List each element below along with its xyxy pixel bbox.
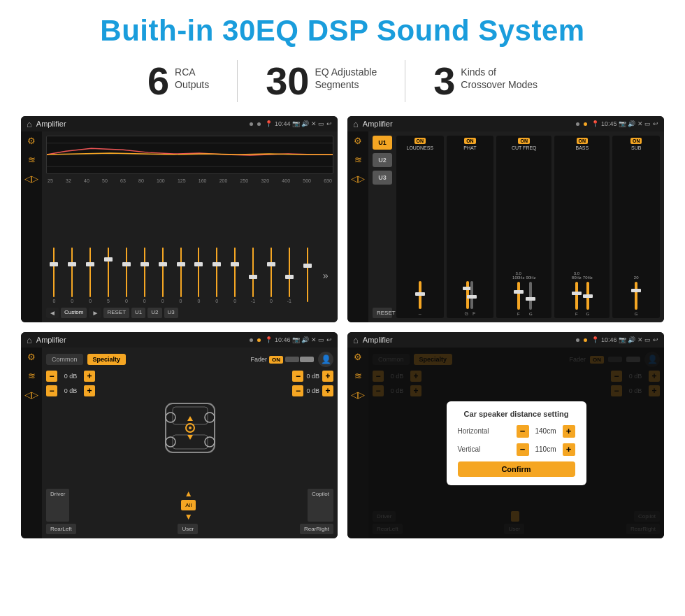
tab-common[interactable]: Common <box>46 354 83 365</box>
eq-tune-icon[interactable]: ⚙ <box>27 136 36 146</box>
fader-minus-3[interactable]: − <box>292 371 303 382</box>
fader-home-icon: ⌂ <box>27 335 32 345</box>
cutfreq-on[interactable]: ON <box>518 138 530 144</box>
eq-wave-icon[interactable]: ≋ <box>28 155 36 165</box>
fader-plus-1[interactable]: + <box>84 371 95 382</box>
dialog-fader-panel: Common Specialty Fader ON 👤 − <box>368 348 664 538</box>
dialog-vertical-control: − 110cm + <box>517 443 575 456</box>
phat-f-slider[interactable] <box>470 281 473 309</box>
eq-reset-btn[interactable]: RESET <box>103 308 129 318</box>
eq-slider-1[interactable]: 0 <box>46 248 62 303</box>
fader-plus-4[interactable]: + <box>322 385 333 396</box>
eq-slider-9[interactable]: 0 <box>191 248 207 303</box>
eq-slider-4[interactable]: 5 <box>101 248 117 303</box>
cutfreq-g-slider[interactable] <box>529 282 532 310</box>
crossover-side-icons: ⚙ ≋ ◁▷ <box>347 131 368 322</box>
loudness-on[interactable]: ON <box>414 138 426 144</box>
dialog-wave-icon[interactable]: ≋ <box>354 371 362 381</box>
fader-minus-2[interactable]: − <box>46 385 57 396</box>
fader-main-panel: Common Specialty Fader ON 👤 <box>42 348 338 538</box>
dialog-vertical-plus[interactable]: + <box>563 443 575 456</box>
dialog-dot1 <box>576 338 579 342</box>
dialog-vol-icon[interactable]: ◁▷ <box>351 389 365 400</box>
eq-expand[interactable]: » <box>317 248 333 303</box>
eq-u2-btn[interactable]: U2 <box>147 308 161 318</box>
phat-on[interactable]: ON <box>464 138 476 144</box>
eq-slider-14[interactable]: -1 <box>281 248 297 303</box>
dialog-horizontal-minus[interactable]: − <box>517 425 529 438</box>
stat-eq-number: 30 <box>266 62 309 101</box>
eq-u1-btn[interactable]: U1 <box>131 308 145 318</box>
btn-copilot[interactable]: Copilot <box>308 489 333 522</box>
sub-on[interactable]: ON <box>630 138 642 144</box>
phat-g-label: G <box>465 311 468 316</box>
eq-play-btn[interactable]: ► <box>89 308 101 318</box>
fader-tune-icon[interactable]: ⚙ <box>27 352 36 362</box>
crossover-tune-icon[interactable]: ⚙ <box>354 136 362 146</box>
loudness-slider[interactable] <box>419 281 421 309</box>
btn-rearright[interactable]: RearRight <box>300 524 333 534</box>
preset-u2[interactable]: U2 <box>373 153 392 167</box>
eq-u3-btn[interactable]: U3 <box>164 308 178 318</box>
bass-g-slider[interactable] <box>586 282 589 310</box>
eq-volume-icon[interactable]: ◁▷ <box>24 173 38 184</box>
eq-slider-11[interactable]: 0 <box>227 248 243 303</box>
fader-minus-4[interactable]: − <box>292 385 303 396</box>
fader-slider-h2[interactable] <box>300 357 314 362</box>
eq-slider-7[interactable]: 0 <box>154 248 171 303</box>
eq-slider-5[interactable]: 0 <box>119 248 135 303</box>
tab-specialty[interactable]: Specialty <box>87 354 127 365</box>
preset-u1[interactable]: U1 <box>373 136 392 150</box>
fader-plus-3[interactable]: + <box>322 371 333 382</box>
bass-on[interactable]: ON <box>577 138 589 144</box>
eq-slider-13[interactable]: 0 <box>264 248 280 303</box>
eq-slider-2[interactable]: 0 <box>64 248 80 303</box>
btn-rearleft[interactable]: RearLeft <box>46 524 76 534</box>
dialog-vertical-label: Vertical <box>458 445 496 453</box>
svg-marker-9 <box>187 435 193 440</box>
eq-dot1 <box>250 122 253 126</box>
eq-slider-6[interactable]: 0 <box>136 248 152 303</box>
eq-sliders-row: 0 0 0 5 0 0 0 0 0 0 0 -1 0 -1 <box>46 186 333 305</box>
dialog-tune-icon[interactable]: ⚙ <box>354 352 362 362</box>
crossover-reset[interactable]: RESET <box>373 308 392 318</box>
crossover-wave-icon[interactable]: ≋ <box>354 155 362 165</box>
btn-user[interactable]: User <box>178 524 198 534</box>
crossover-dot1 <box>576 122 579 126</box>
crossover-vol-icon[interactable]: ◁▷ <box>351 173 365 184</box>
bass-f-slider[interactable] <box>575 282 578 310</box>
dialog-vertical-minus[interactable]: − <box>517 443 529 456</box>
eq-prev-btn[interactable]: ◄ <box>46 308 59 318</box>
loudness-val: – <box>419 311 421 316</box>
preset-u3[interactable]: U3 <box>373 171 392 185</box>
eq-custom-btn[interactable]: Custom <box>61 308 87 318</box>
fader-wave-icon[interactable]: ≋ <box>28 371 36 381</box>
crossover-presets: U1 U2 U3 RESET <box>373 136 392 318</box>
crossover-status-icons: 📍 10:45 📷 🔊 ✕ ▭ ↩ <box>591 120 658 127</box>
fader-status-icons: 📍 10:46 📷 🔊 ✕ ▭ ↩ <box>265 336 332 343</box>
btn-all[interactable]: All <box>181 500 196 510</box>
fader-on-toggle[interactable]: ON <box>269 356 283 364</box>
fader-vol-icon[interactable]: ◁▷ <box>24 389 38 400</box>
eq-bottom-bar: ◄ Custom ► RESET U1 U2 U3 <box>46 308 333 318</box>
svg-point-13 <box>205 437 215 447</box>
fader-slider-h1[interactable] <box>285 357 299 362</box>
dialog-horizontal-control: − 140cm + <box>517 425 575 438</box>
confirm-button[interactable]: Confirm <box>458 461 575 477</box>
dialog-horizontal-plus[interactable]: + <box>563 425 575 438</box>
svg-rect-4 <box>173 407 208 424</box>
fader-person-icon[interactable]: 👤 <box>318 352 333 367</box>
eq-slider-10[interactable]: 0 <box>209 248 225 303</box>
eq-slider-15[interactable] <box>299 248 315 303</box>
fader-screen-content: ⚙ ≋ ◁▷ Common Specialty Fader ON <box>21 348 338 538</box>
eq-slider-12[interactable]: -1 <box>245 248 261 303</box>
eq-slider-3[interactable]: 0 <box>82 248 99 303</box>
eq-slider-8[interactable]: 0 <box>173 248 189 303</box>
fader-minus-1[interactable]: − <box>46 371 57 382</box>
fader-val-2: 0 dB <box>60 387 81 394</box>
sub-g-slider[interactable] <box>635 282 637 310</box>
dialog-horizontal-value: 140cm <box>532 427 560 435</box>
cutfreq-f-slider[interactable] <box>517 282 520 310</box>
btn-driver[interactable]: Driver <box>46 489 69 522</box>
fader-plus-2[interactable]: + <box>84 385 95 396</box>
